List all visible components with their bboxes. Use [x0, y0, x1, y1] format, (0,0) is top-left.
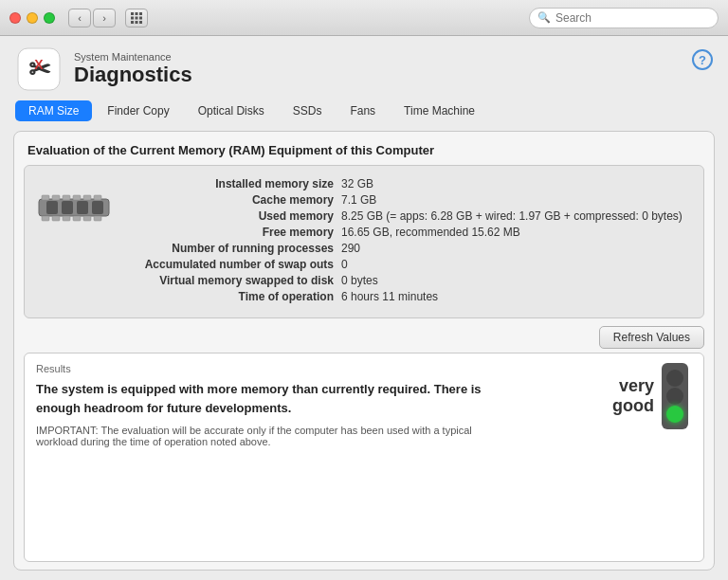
ram-image: [36, 177, 112, 234]
results-label: Results: [36, 363, 692, 374]
svg-text:X: X: [34, 57, 44, 72]
gauge-light-green: [666, 406, 683, 423]
gauge-lights: [662, 363, 688, 429]
svg-rect-7: [136, 21, 138, 24]
titlebar: ‹ › 🔍: [0, 0, 728, 36]
svg-rect-23: [83, 216, 91, 221]
table-row: Number of running processes 290: [123, 242, 692, 255]
value-cache-memory: 7.1 GB: [341, 193, 376, 207]
label-virtual-memory: Virtual memory swapped to disk: [123, 274, 341, 287]
label-cache-memory: Cache memory: [123, 193, 341, 207]
section-heading: Evaluation of the Current Memory (RAM) E…: [14, 132, 714, 165]
label-swap-outs: Accumulated number of swap outs: [123, 258, 341, 271]
svg-rect-18: [94, 195, 101, 200]
gauge-light-red: [666, 370, 683, 387]
value-swap-outs: 0: [341, 258, 348, 271]
app-title-block: System Maintenance Diagnostics: [74, 51, 192, 87]
gauge-area: verygood: [612, 363, 688, 429]
grid-button[interactable]: [125, 9, 148, 27]
traffic-lights: [9, 12, 55, 24]
content-panel: Evaluation of the Current Memory (RAM) E…: [13, 131, 715, 571]
svg-rect-6: [131, 21, 134, 24]
search-input[interactable]: [555, 11, 710, 25]
svg-rect-20: [52, 216, 60, 221]
svg-rect-13: [42, 195, 49, 200]
table-row: Virtual memory swapped to disk 0 bytes: [123, 274, 692, 287]
close-button[interactable]: [9, 12, 21, 24]
svg-rect-22: [73, 216, 81, 221]
info-box: Installed memory size 32 GB Cache memory…: [24, 165, 704, 318]
app-title: Diagnostics: [74, 63, 192, 87]
help-button[interactable]: ?: [692, 49, 713, 70]
tabs-bar: RAM Size Finder Copy Optical Disks SSDs …: [0, 93, 728, 121]
table-row: Installed memory size 32 GB: [123, 177, 692, 190]
app-header: ✂ X System Maintenance Diagnostics ?: [0, 36, 728, 93]
refresh-values-button[interactable]: Refresh Values: [599, 326, 704, 349]
value-running-processes: 290: [341, 242, 360, 255]
tab-finder-copy[interactable]: Finder Copy: [94, 100, 182, 121]
minimize-button[interactable]: [27, 12, 38, 24]
search-bar[interactable]: 🔍: [529, 8, 719, 28]
table-row: Time of operation 6 hours 11 minutes: [123, 290, 692, 303]
svg-rect-14: [52, 195, 60, 200]
svg-rect-26: [62, 201, 73, 214]
refresh-row: Refresh Values: [14, 318, 714, 353]
value-free-memory: 16.65 GB, recommended 15.62 MB: [341, 226, 520, 239]
forward-button[interactable]: ›: [93, 9, 116, 27]
value-time-operation: 6 hours 11 minutes: [341, 290, 438, 303]
app-subtitle: System Maintenance: [74, 51, 192, 63]
table-row: Used memory 8.25 GB (= apps: 6.28 GB + w…: [123, 209, 692, 223]
svg-rect-1: [136, 12, 138, 15]
svg-rect-4: [136, 16, 138, 19]
svg-rect-28: [92, 201, 103, 214]
results-section: Results The system is equipped with more…: [24, 353, 704, 562]
label-used-memory: Used memory: [123, 209, 341, 223]
tab-fans[interactable]: Fans: [337, 100, 389, 121]
table-row: Free memory 16.65 GB, recommended 15.62 …: [123, 226, 692, 239]
svg-rect-3: [131, 16, 134, 19]
svg-rect-16: [73, 195, 81, 200]
search-icon: 🔍: [537, 11, 551, 24]
table-row: Cache memory 7.1 GB: [123, 193, 692, 207]
svg-rect-0: [131, 12, 134, 15]
value-virtual-memory: 0 bytes: [341, 274, 378, 287]
svg-rect-2: [139, 12, 142, 15]
label-free-memory: Free memory: [123, 226, 341, 239]
label-installed-memory: Installed memory size: [123, 177, 341, 190]
tab-ssds[interactable]: SSDs: [280, 100, 336, 121]
svg-rect-15: [63, 195, 70, 200]
results-main-text: The system is equipped with more memory …: [36, 380, 500, 417]
tab-time-machine[interactable]: Time Machine: [391, 100, 488, 121]
svg-rect-25: [46, 201, 58, 214]
gauge-label: verygood: [612, 376, 654, 416]
svg-rect-27: [77, 201, 88, 214]
tab-ram-size[interactable]: RAM Size: [15, 100, 92, 121]
table-row: Accumulated number of swap outs 0: [123, 258, 692, 271]
svg-rect-24: [94, 216, 101, 221]
tab-optical-disks[interactable]: Optical Disks: [185, 100, 278, 121]
main-window: ✂ X System Maintenance Diagnostics ? RAM…: [0, 36, 728, 580]
value-used-memory: 8.25 GB (= apps: 6.28 GB + wired: 1.97 G…: [341, 209, 682, 223]
svg-rect-8: [139, 21, 142, 24]
back-button[interactable]: ‹: [68, 9, 91, 27]
app-icon: ✂ X: [15, 45, 63, 93]
nav-buttons: ‹ ›: [68, 9, 116, 27]
gauge-light-yellow: [666, 388, 683, 405]
maximize-button[interactable]: [44, 12, 55, 24]
svg-rect-5: [139, 16, 142, 19]
label-time-operation: Time of operation: [123, 290, 341, 303]
results-note: IMPORTANT: The evaluation will be accura…: [36, 425, 500, 447]
svg-rect-21: [63, 216, 70, 221]
value-installed-memory: 32 GB: [341, 177, 373, 190]
svg-rect-19: [42, 216, 49, 221]
info-table: Installed memory size 32 GB Cache memory…: [123, 177, 692, 306]
label-running-processes: Number of running processes: [123, 242, 341, 255]
svg-rect-17: [83, 195, 91, 200]
